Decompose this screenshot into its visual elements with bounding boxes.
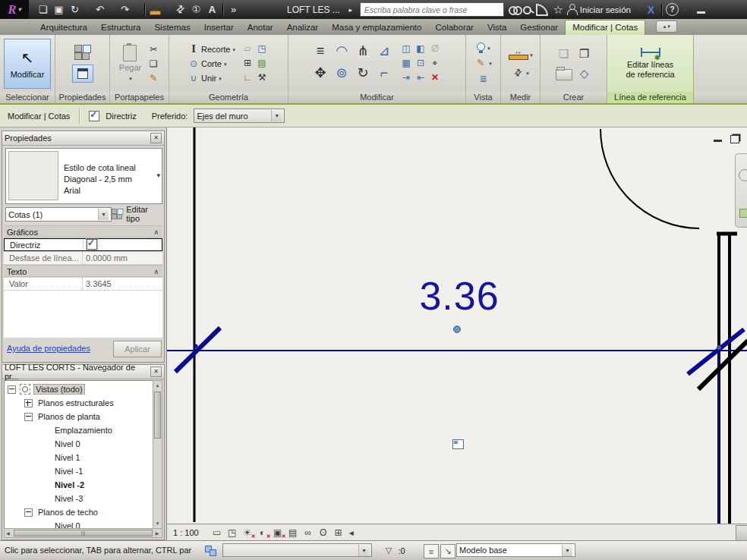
communication-center-icon[interactable] — [534, 2, 550, 17]
tab-modificar-cotas[interactable]: Modificar | Cotas — [565, 20, 645, 35]
scroll-left-icon[interactable]: ◂ — [346, 526, 357, 539]
detail-level-icon[interactable]: ▭ — [210, 526, 225, 539]
redo-dropdown[interactable] — [133, 2, 142, 17]
tree-item-vistas[interactable]: Vistas (todo) — [5, 382, 154, 396]
favorites-star-icon[interactable]: ☆ — [550, 2, 566, 17]
help-icon[interactable]: ? — [664, 2, 680, 17]
redo-icon[interactable]: ↷ — [117, 2, 133, 17]
workset-select[interactable]: ▾ — [222, 543, 372, 557]
apply-button[interactable]: Aplicar — [113, 341, 162, 357]
load-family-icon[interactable] — [556, 69, 572, 80]
tree-vertical-scrollbar[interactable]: ▲ ▼ — [153, 380, 162, 529]
property-row-valor[interactable]: Valor 3.3645 — [4, 278, 162, 291]
design-options-dialog-icon[interactable]: ≡ — [424, 544, 439, 558]
steering-wheel-icon[interactable] — [739, 169, 747, 181]
linework-corner-icon[interactable]: ∟ — [241, 71, 254, 83]
crop-view-icon[interactable]: ▣ — [270, 526, 285, 539]
user-icon[interactable] — [566, 4, 577, 15]
type-selector[interactable]: Estilo de cota linealDiagonal - 2,5 mm A… — [5, 148, 162, 204]
wall-joins-icon[interactable]: ⊞ — [241, 57, 254, 69]
tab-arquitectura[interactable]: Arquitectura — [33, 20, 94, 35]
cope-button[interactable]: I Recorte — [188, 43, 235, 55]
create-group-icon[interactable]: ❏ — [556, 46, 572, 61]
dimension-dropdown[interactable] — [163, 2, 172, 17]
fillet-icon[interactable]: ⌐ — [375, 64, 393, 82]
tree-item-planos-de-planta[interactable]: Planos de planta — [5, 410, 154, 423]
align-icon[interactable]: ≡ — [311, 42, 329, 60]
move-icon[interactable]: ✥ — [311, 64, 329, 82]
expand-icon[interactable] — [24, 399, 33, 407]
trim-multiple-icon[interactable]: ⇤ — [414, 71, 427, 83]
reveal-hidden-elements-icon[interactable]: ʘ — [316, 526, 331, 539]
shadows-icon[interactable]: ◐ — [255, 526, 270, 539]
delete-icon[interactable]: ✕ — [429, 71, 441, 83]
trim-single-icon[interactable]: ⇥ — [400, 71, 412, 83]
view-scale-button[interactable]: 1 : 100 — [173, 528, 199, 537]
edit-type-button[interactable]: Editar tipo — [109, 207, 162, 220]
subscription-key-icon[interactable] — [522, 4, 534, 16]
text-icon[interactable]: A — [204, 2, 220, 17]
create-parts-icon[interactable]: ❐ — [577, 46, 592, 61]
save-icon[interactable]: ▣ — [51, 2, 67, 17]
panel-label-seleccionar[interactable]: Seleccionar — [0, 92, 55, 103]
horizontal-scrollbar[interactable] — [357, 524, 747, 540]
match-type-icon[interactable]: ✎ — [147, 72, 159, 84]
demolish-hammer-icon[interactable]: ⚒ — [256, 71, 268, 83]
panel-label-modificar[interactable]: Modificar — [288, 92, 465, 103]
tab-estructura[interactable]: Estructura — [94, 20, 147, 35]
materials-icon[interactable] — [74, 45, 91, 60]
group-edit-icon[interactable]: ⊡ — [414, 57, 427, 69]
section-texto[interactable]: Texto — [4, 265, 162, 277]
join-geometry-button[interactable]: ∪ Unir — [188, 72, 222, 84]
view-minimize-icon[interactable] — [714, 140, 722, 142]
collapse-icon[interactable] — [8, 385, 16, 394]
array-icon[interactable]: ▦ — [400, 57, 412, 69]
scroll-up-icon[interactable]: ▲ — [153, 381, 162, 390]
directriz-value-checkbox[interactable] — [87, 239, 97, 250]
tree-item-nivel-0[interactable]: Nivel 0 — [5, 437, 154, 451]
properties-help-link[interactable]: Ayuda de propiedades — [7, 344, 90, 353]
create-similar-icon[interactable]: ◇ — [577, 66, 592, 81]
sync-icon[interactable]: ↻ — [67, 2, 83, 17]
app-menu-button[interactable]: R ▾ — [0, 0, 29, 19]
witness-grip-right[interactable] — [717, 345, 721, 350]
preferido-select[interactable]: Ejes del muro ▾ — [194, 109, 285, 123]
tab-sistemas[interactable]: Sistemas — [147, 20, 197, 35]
zoom-icon[interactable] — [739, 209, 747, 218]
measure-ruler-icon[interactable]: ↔ — [508, 49, 528, 61]
panel-label-medir[interactable]: Medir — [501, 92, 540, 103]
editable-only-icon[interactable]: ↘ — [440, 544, 455, 558]
mirror-line-icon[interactable]: ◧ — [414, 42, 427, 55]
tree-item-planos-de-techo[interactable]: Planos de techo — [5, 505, 154, 519]
scrollbar-thumb[interactable] — [154, 392, 161, 439]
panel-label-crear[interactable]: Crear — [541, 92, 607, 103]
sun-path-icon[interactable]: ☀ — [240, 526, 255, 539]
copy-to-clipboard-icon[interactable]: ❏ — [147, 58, 159, 70]
witness-grip-left[interactable] — [194, 344, 198, 348]
visual-style-icon[interactable]: ◳ — [225, 526, 240, 539]
cut-geometry-button[interactable]: ⊙ Corte — [188, 58, 226, 70]
design-option-select[interactable]: Modelo base ▾ — [456, 543, 575, 557]
scale-icon[interactable]: ∅ — [429, 42, 441, 55]
rotate-icon[interactable]: ↻ — [354, 64, 372, 82]
offset-icon[interactable]: ◠ — [333, 42, 351, 60]
undo-icon[interactable]: ↶ — [92, 2, 108, 17]
signin-button[interactable]: Iniciar sesión — [580, 5, 631, 14]
tab-masa-emplazamiento[interactable]: Masa y emplazamiento — [325, 20, 428, 35]
tree-horizontal-scrollbar[interactable]: ◀ ▶ — [4, 528, 162, 538]
drawing-area[interactable]: 3.36 1 : 100 ▭ ◳ ☀ ◐ ▣ ▤ ∞ ʘ ⊞ ◂ — [166, 127, 747, 540]
search-input[interactable] — [360, 2, 504, 17]
collapse-icon[interactable] — [24, 508, 33, 517]
tree-item-nivel-neg3[interactable]: Nivel -3 — [5, 492, 154, 505]
show-hidden-geometry-icon[interactable]: ◳ — [256, 42, 268, 55]
help-dropdown[interactable] — [680, 2, 689, 17]
edit-witness-lines-button[interactable]: ✱ Editar líneasde referencia — [626, 47, 674, 80]
tree-item-nivel-neg2-current[interactable]: Nivel -2 — [5, 478, 154, 492]
close-icon[interactable]: ✕ — [150, 367, 162, 377]
tag-icon[interactable]: ① — [188, 2, 204, 17]
property-row-directriz[interactable]: Directriz — [4, 238, 162, 251]
dimension-value-text[interactable]: 3.36 — [402, 273, 516, 319]
tab-colaborar[interactable]: Colaborar — [428, 20, 481, 35]
tab-gestionar[interactable]: Gestionar — [513, 20, 565, 35]
tree-item-emplazamiento[interactable]: Emplazamiento — [5, 423, 154, 437]
